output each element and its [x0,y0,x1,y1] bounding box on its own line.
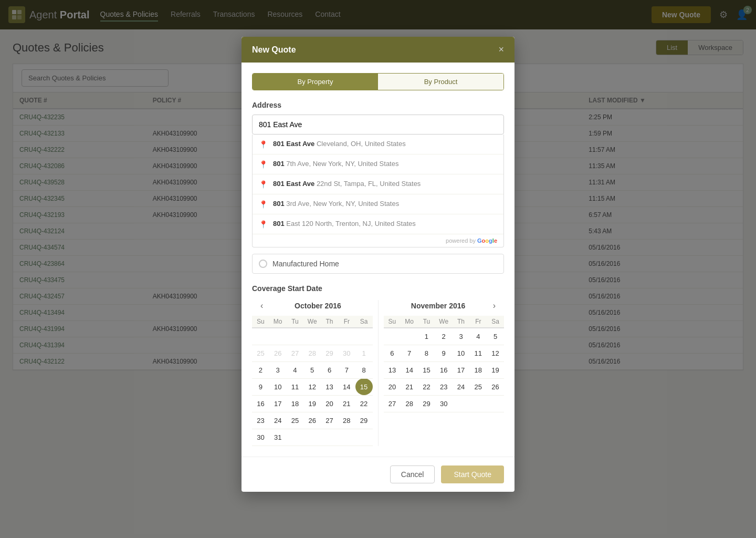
cal-day[interactable]: 29 [418,395,435,412]
cal-day[interactable]: 21 [338,395,355,412]
cal-day[interactable]: 25 [469,378,487,395]
tab-by-property[interactable]: By Property [253,74,378,90]
cal-day[interactable]: 5 [487,328,504,345]
cal-day[interactable]: 18 [469,361,487,378]
autocomplete-item-4[interactable]: 📍 801 East 120 North, Trenton, NJ, Unite… [253,214,503,234]
property-type-label: Manufactured Home [272,260,339,268]
cal-day [355,328,373,345]
pin-icon-3: 📍 [259,200,268,209]
cal-day[interactable]: 2 [435,328,453,345]
cal-day: 30 [338,345,355,361]
cal-day[interactable]: 11 [287,378,304,395]
cal-day[interactable]: 16 [435,361,453,378]
cal-week-row: 9101112131415 [252,378,373,395]
autocomplete-item-2[interactable]: 📍 801 East Ave 22nd St, Tampa, FL, Unite… [253,174,503,194]
cal-oct-title: October 2016 [267,302,368,310]
cal-day[interactable]: 5 [303,361,321,378]
cal-day[interactable]: 3 [269,361,287,378]
cal-week-row: 2345678 [252,361,373,378]
cal-day[interactable]: 17 [453,361,470,378]
cal-day[interactable]: 25 [287,412,304,429]
cal-day[interactable]: 20 [384,378,401,395]
cal-day[interactable]: 22 [355,395,373,412]
cal-day[interactable]: 2 [252,361,269,378]
cal-week-row: 2526272829301 [252,345,373,361]
cal-day[interactable]: 4 [287,361,304,378]
cal-day[interactable]: 19 [487,361,504,378]
address-label: Address [252,101,504,109]
cal-day[interactable]: 30 [435,395,453,412]
cal-next-button[interactable]: › [489,300,500,312]
cal-day[interactable]: 8 [355,361,373,378]
cal-day [287,429,304,446]
cal-day[interactable]: 23 [435,378,453,395]
cal-prev-button[interactable]: ‹ [256,300,267,312]
property-type-selector[interactable]: Manufactured Home [252,254,504,274]
cal-day[interactable]: 19 [303,395,321,412]
cal-divider [378,300,379,446]
cal-day[interactable]: 13 [384,361,401,378]
cal-day[interactable]: 10 [453,345,470,361]
property-type-radio[interactable] [259,260,267,268]
autocomplete-item-0[interactable]: 📍 801 East Ave Cleveland, OH, United Sta… [253,134,503,154]
cal-day[interactable]: 13 [321,378,338,395]
cal-day: 1 [355,345,373,361]
cal-day [487,395,504,412]
cal-day[interactable]: 17 [269,395,287,412]
cal-day[interactable]: 20 [321,395,338,412]
cal-day[interactable]: 6 [321,361,338,378]
autocomplete-text-3: 801 3rd Ave, New York, NY, United States [273,200,399,208]
cal-week-row: 20212223242526 [384,378,505,395]
cal-day[interactable]: 14 [338,378,355,395]
tab-by-product[interactable]: By Product [378,74,503,90]
cal-nov-title: November 2016 [388,302,489,310]
cal-day[interactable]: 26 [303,412,321,429]
modal-close-button[interactable]: × [498,44,504,55]
cal-day[interactable]: 27 [321,412,338,429]
cal-day[interactable]: 29 [355,412,373,429]
cal-day[interactable]: 27 [384,395,401,412]
cal-day[interactable]: 7 [401,345,418,361]
cal-day[interactable]: 15 [355,378,373,395]
modal-overlay[interactable]: New Quote × By Property By Product Addre… [0,0,756,454]
cal-day[interactable]: 14 [401,361,418,378]
autocomplete-item-1[interactable]: 📍 801 7th Ave, New York, NY, United Stat… [253,154,503,174]
cal-day[interactable]: 26 [487,378,504,395]
cal-day[interactable]: 30 [252,429,269,446]
cal-day [401,328,418,345]
cal-day[interactable]: 12 [487,345,504,361]
autocomplete-text-4: 801 East 120 North, Trenton, NJ, United … [273,220,416,227]
autocomplete-item-3[interactable]: 📍 801 3rd Ave, New York, NY, United Stat… [253,194,503,214]
cal-day: 29 [321,345,338,361]
cal-day[interactable]: 18 [287,395,304,412]
cal-day[interactable]: 24 [269,412,287,429]
address-input[interactable] [252,115,504,134]
cal-day[interactable]: 23 [252,412,269,429]
cal-day[interactable]: 21 [401,378,418,395]
cal-day[interactable]: 9 [252,378,269,395]
cal-day[interactable]: 8 [418,345,435,361]
cal-day[interactable]: 4 [469,328,487,345]
cal-day[interactable]: 22 [418,378,435,395]
cal-week-row: 27282930 [384,395,505,412]
cal-day[interactable]: 31 [269,429,287,446]
cal-day[interactable]: 6 [384,345,401,361]
cal-day [303,429,321,446]
cal-day[interactable]: 7 [338,361,355,378]
cal-day[interactable]: 28 [401,395,418,412]
cal-day[interactable]: 9 [435,345,453,361]
cal-day[interactable]: 28 [338,412,355,429]
autocomplete-dropdown: 📍 801 East Ave Cleveland, OH, United Sta… [252,134,504,247]
cal-nov-header: November 2016 › [384,300,505,312]
pin-icon-4: 📍 [259,220,268,229]
cal-day[interactable]: 11 [469,345,487,361]
cal-day[interactable]: 3 [453,328,470,345]
cal-day[interactable]: 24 [453,378,470,395]
cal-day[interactable]: 10 [269,378,287,395]
modal-title: New Quote [252,45,296,55]
cal-day[interactable]: 12 [303,378,321,395]
cal-day[interactable]: 16 [252,395,269,412]
cal-day[interactable]: 1 [418,328,435,345]
modal-tab-group: By Property By Product [252,73,504,90]
cal-day[interactable]: 15 [418,361,435,378]
